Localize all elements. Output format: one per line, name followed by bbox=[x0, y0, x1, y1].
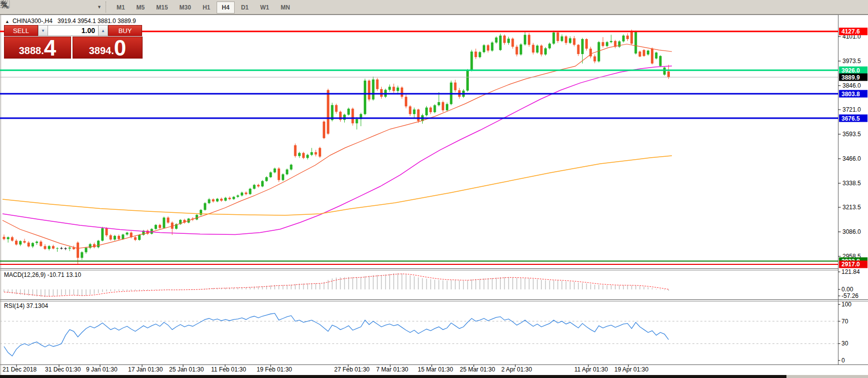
macd-bar bbox=[607, 285, 608, 289]
timeframe-button-h4[interactable]: H4 bbox=[217, 2, 234, 14]
macd-bar bbox=[225, 288, 226, 289]
macd-bar bbox=[648, 287, 649, 289]
candle bbox=[315, 152, 317, 155]
macd-bar bbox=[566, 281, 567, 289]
rsi-axis-label: 70 bbox=[841, 318, 848, 325]
macd-bar bbox=[479, 279, 480, 289]
candle bbox=[97, 241, 100, 247]
macd-bar bbox=[643, 287, 644, 289]
candle bbox=[327, 90, 329, 134]
candle bbox=[610, 41, 612, 42]
candle bbox=[409, 106, 411, 114]
grid-fibo-icon[interactable]: F bbox=[23, 1, 38, 13]
candle bbox=[233, 197, 235, 199]
candle bbox=[639, 52, 641, 57]
trading-app-window: E F A T ▼ M1M5M15M3 bbox=[0, 0, 868, 378]
bottom-frame-strip bbox=[0, 375, 786, 378]
text-label-icon[interactable]: A bbox=[42, 1, 57, 13]
chart-svg[interactable]: 4101.03973.53846.03721.03593.53466.03338… bbox=[0, 15, 868, 378]
price-level-badge-value: 3926.0 bbox=[841, 67, 860, 74]
macd-bar bbox=[516, 278, 517, 289]
candle bbox=[528, 35, 530, 45]
candle bbox=[212, 199, 215, 201]
candle bbox=[3, 237, 6, 239]
volume-increase-button[interactable]: ▲ bbox=[98, 25, 108, 36]
macd-bar bbox=[385, 274, 386, 289]
ma-slow-line bbox=[3, 156, 672, 215]
macd-bar bbox=[561, 281, 562, 289]
macd-bar bbox=[484, 278, 485, 289]
macd-bar bbox=[348, 277, 349, 289]
macd-bar bbox=[443, 280, 444, 289]
candle bbox=[167, 218, 170, 223]
candle bbox=[278, 169, 280, 180]
timeframe-button-h1[interactable]: H1 bbox=[198, 2, 215, 14]
text-box-icon[interactable]: T bbox=[61, 1, 76, 13]
candle bbox=[282, 174, 284, 180]
chevron-down-icon[interactable]: ▼ bbox=[97, 5, 102, 10]
macd-bar bbox=[28, 289, 29, 295]
candle bbox=[352, 109, 354, 123]
macd-bar bbox=[74, 289, 75, 295]
macd-bar bbox=[389, 274, 390, 289]
candle bbox=[585, 39, 588, 49]
macd-bar bbox=[545, 280, 546, 289]
candle bbox=[306, 155, 309, 158]
buy-price-panel[interactable]: 3894.0 bbox=[73, 37, 143, 59]
sell-button[interactable]: SELL bbox=[4, 25, 38, 36]
candle bbox=[565, 37, 567, 43]
candle bbox=[48, 246, 51, 249]
price-tick-label: 3593.5 bbox=[842, 131, 861, 138]
collapse-arrow-icon[interactable]: ▲ bbox=[5, 19, 10, 24]
candle bbox=[434, 105, 436, 112]
macd-bar bbox=[475, 279, 476, 289]
macd-bar bbox=[582, 283, 583, 289]
arrange-arrows-icon[interactable] bbox=[80, 1, 95, 13]
time-tick-label: 19 Apr 01:30 bbox=[614, 366, 648, 373]
price-tick-label: 3213.5 bbox=[842, 204, 861, 211]
timeframe-button-m1[interactable]: M1 bbox=[112, 2, 130, 14]
volume-input[interactable] bbox=[48, 25, 98, 36]
rsi-axis-label: 30 bbox=[841, 340, 848, 347]
macd-bar bbox=[406, 274, 407, 289]
candle bbox=[491, 43, 493, 51]
candle bbox=[155, 225, 157, 229]
candle bbox=[380, 89, 383, 97]
timeframe-button-w1[interactable]: W1 bbox=[255, 2, 274, 14]
macd-bar bbox=[213, 288, 214, 289]
time-tick-label: 31 Dec 01:30 bbox=[45, 366, 81, 373]
candle bbox=[114, 236, 116, 239]
macd-bar bbox=[504, 277, 505, 289]
macd-bar bbox=[86, 289, 87, 295]
rsi-axis-label: 100 bbox=[841, 301, 851, 308]
ma-mid-line bbox=[3, 66, 672, 235]
macd-bar bbox=[463, 281, 464, 289]
candle bbox=[302, 153, 305, 158]
price-tick-label: 3973.5 bbox=[842, 58, 861, 65]
candle bbox=[28, 243, 30, 247]
timeframe-button-mn[interactable]: MN bbox=[276, 2, 295, 14]
macd-bar bbox=[98, 289, 99, 293]
timeframe-button-m30[interactable]: M30 bbox=[175, 2, 196, 14]
macd-bar bbox=[41, 289, 42, 297]
timeframe-button-d1[interactable]: D1 bbox=[236, 2, 254, 14]
buy-button[interactable]: BUY bbox=[108, 25, 142, 36]
macd-bar bbox=[537, 279, 538, 289]
candle bbox=[356, 119, 358, 123]
sell-price-panel[interactable]: 3888.4 bbox=[4, 37, 71, 59]
timeframe-button-m5[interactable]: M5 bbox=[132, 2, 150, 14]
macd-bar bbox=[508, 277, 509, 289]
price-level-badge-value: 3803.8 bbox=[841, 91, 860, 98]
candle bbox=[581, 39, 584, 54]
macd-bar bbox=[168, 289, 169, 290]
macd-bar bbox=[270, 285, 271, 289]
macd-bar bbox=[525, 278, 526, 289]
macd-bar bbox=[110, 289, 111, 291]
timeframe-button-m15[interactable]: M15 bbox=[151, 2, 173, 14]
macd-bar bbox=[590, 284, 591, 289]
candle bbox=[118, 236, 120, 239]
symbol-name: CHINA300-,H4 bbox=[13, 18, 53, 25]
macd-bar bbox=[594, 285, 595, 289]
volume-decrease-button[interactable]: ▼ bbox=[38, 25, 48, 36]
candle bbox=[544, 48, 547, 54]
